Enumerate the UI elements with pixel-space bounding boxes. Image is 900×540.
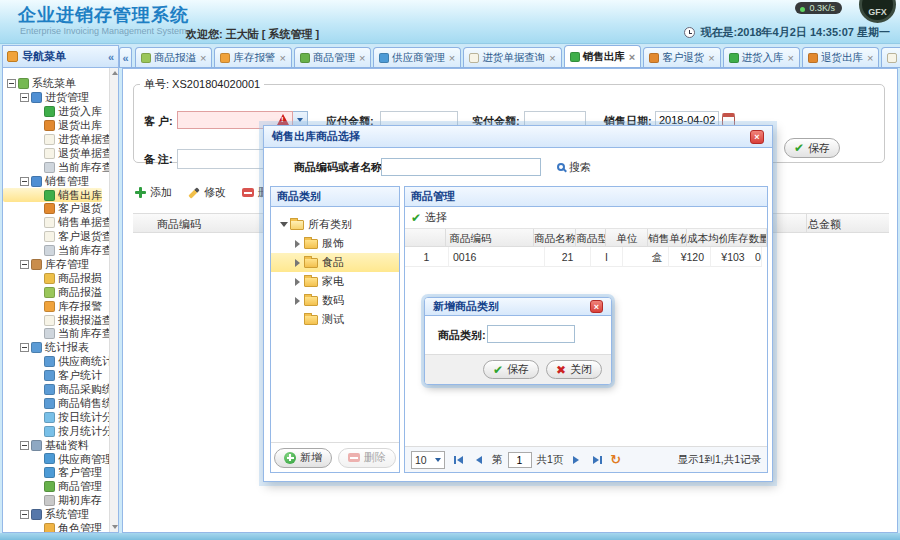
- category-tree-item[interactable]: 所有类别: [271, 215, 399, 234]
- tab-close-icon[interactable]: ×: [549, 52, 555, 64]
- tab[interactable]: 销售出库 ×: [564, 45, 641, 67]
- sidebar-tree-item[interactable]: 客户退货: [3, 202, 102, 216]
- sidebar-tree-item[interactable]: 进货管理: [3, 91, 89, 105]
- tab[interactable]: 供应商管理 ×: [373, 47, 461, 67]
- tab[interactable]: 退货单据查询 ×: [881, 47, 900, 67]
- page-size-select[interactable]: 10: [411, 451, 445, 469]
- tree-expander-icon[interactable]: [20, 93, 29, 102]
- sidebar-tree-item[interactable]: 系统菜单: [3, 77, 76, 91]
- edit-button[interactable]: 修改: [188, 185, 226, 200]
- navigation-sidebar: 导航菜单 « 系统菜单 进货管理: [2, 45, 119, 533]
- sidebar-tree-item[interactable]: 库存管理: [3, 258, 89, 272]
- category-tree-item[interactable]: 服饰: [271, 234, 399, 253]
- tree-expander-icon[interactable]: [20, 260, 29, 269]
- sidebar-tree-item[interactable]: 供应商管理: [3, 452, 113, 466]
- tab-close-icon[interactable]: ×: [359, 52, 365, 64]
- tree-arrow-icon[interactable]: [295, 240, 300, 248]
- tree-expander-icon[interactable]: [20, 177, 29, 186]
- sidebar-tree-item[interactable]: 角色管理: [3, 522, 102, 533]
- sidebar-tree-item[interactable]: 客户统计: [3, 369, 102, 383]
- sidebar-tree-item[interactable]: 统计报表: [3, 341, 89, 355]
- sidebar-tree-item[interactable]: 按月统计分析: [3, 424, 118, 438]
- sidebar-tree-item[interactable]: 退货出库: [3, 119, 102, 133]
- tab-close-icon[interactable]: ×: [708, 52, 714, 64]
- sidebar-tree-item[interactable]: 客户退货查询: [3, 230, 118, 244]
- sidebar-tree-item[interactable]: 按日统计分析: [3, 410, 118, 424]
- search-input[interactable]: [381, 158, 541, 176]
- tab-close-icon[interactable]: ×: [279, 52, 285, 64]
- tree-expander-icon[interactable]: [20, 343, 29, 352]
- tab-close-icon[interactable]: ×: [629, 51, 635, 63]
- tab-close-icon[interactable]: ×: [449, 52, 455, 64]
- tab[interactable]: 库存报警 ×: [214, 47, 291, 67]
- tree-arrow-icon[interactable]: [295, 259, 300, 267]
- sidebar-tree-item[interactable]: 销售出库: [3, 188, 102, 202]
- close-icon[interactable]: ×: [750, 130, 764, 144]
- sidebar-tree-item[interactable]: 当前库存查询: [3, 327, 118, 341]
- category-tree-item[interactable]: 食品: [271, 253, 399, 272]
- tree-expander-icon[interactable]: [20, 510, 29, 519]
- tree-expander-icon[interactable]: [20, 441, 29, 450]
- tree-arrow-icon[interactable]: [295, 297, 300, 305]
- scroll-down-icon[interactable]: [112, 525, 118, 529]
- sidebar-tree-item[interactable]: 进货入库: [3, 105, 102, 119]
- sidebar-tree-item[interactable]: 销售单据查询: [3, 216, 118, 230]
- sidebar-tree-item[interactable]: 商品采购统计: [3, 383, 118, 397]
- tab-close-icon[interactable]: ×: [788, 52, 794, 64]
- dialog-title-bar[interactable]: 销售出库商品选择 ×: [264, 126, 772, 148]
- sidebar-tree-item[interactable]: 报损报溢查询: [3, 313, 118, 327]
- tab-scroll-left-button[interactable]: «: [119, 47, 132, 67]
- sidebar-scrollbar[interactable]: [109, 68, 118, 532]
- tab[interactable]: 商品报溢 ×: [135, 47, 212, 67]
- tab-close-icon[interactable]: ×: [867, 52, 873, 64]
- tree-arrow-icon[interactable]: [280, 222, 288, 227]
- sidebar-tree-item[interactable]: 客户管理: [3, 466, 102, 480]
- sidebar-tree-item[interactable]: 当前库存查询: [3, 160, 118, 174]
- tab[interactable]: 商品管理 ×: [294, 47, 371, 67]
- first-page-button[interactable]: [450, 452, 466, 468]
- sidebar-tree-item[interactable]: 供应商统计: [3, 355, 113, 369]
- sidebar-tree-item[interactable]: 基础资料: [3, 438, 89, 452]
- sidebar-tree-item[interactable]: 系统管理: [3, 508, 89, 522]
- add-button[interactable]: 添加: [135, 185, 172, 200]
- category-panel: 商品类别 所有类别 服饰: [270, 186, 400, 473]
- scroll-up-icon[interactable]: [112, 71, 118, 75]
- tab[interactable]: 进货单据查询 ×: [463, 47, 561, 67]
- table-row[interactable]: 1001621I盒¥120¥1030: [405, 247, 767, 267]
- next-page-button[interactable]: [568, 452, 584, 468]
- search-button[interactable]: 搜索: [557, 160, 591, 175]
- sidebar-tree-item[interactable]: 商品报损: [3, 271, 102, 285]
- category-field-input[interactable]: [487, 325, 575, 343]
- close-category-button[interactable]: ✖ 关闭: [546, 360, 602, 379]
- sidebar-tree-item[interactable]: 当前库存查询: [3, 244, 118, 258]
- category-tree-item[interactable]: 数码: [271, 291, 399, 310]
- new-category-button[interactable]: 新增: [274, 448, 332, 468]
- category-tree-item[interactable]: 测试: [271, 310, 399, 329]
- sidebar-tree-item[interactable]: 退货单据查询: [3, 146, 118, 160]
- last-page-button[interactable]: [589, 452, 605, 468]
- sidebar-tree-item[interactable]: 商品报溢: [3, 285, 102, 299]
- close-icon[interactable]: ×: [590, 300, 603, 313]
- tab[interactable]: 进货入库 ×: [723, 47, 800, 67]
- category-tree-item[interactable]: 家电: [271, 272, 399, 291]
- tab[interactable]: 退货出库 ×: [802, 47, 879, 67]
- page-number-input[interactable]: [508, 452, 532, 468]
- dialog-title-bar[interactable]: 新增商品类别 ×: [425, 298, 611, 316]
- sidebar-tree-item[interactable]: 商品销售统计: [3, 396, 118, 410]
- refresh-icon[interactable]: ↻: [610, 452, 621, 467]
- sidebar-collapse-button[interactable]: «: [108, 51, 114, 63]
- sidebar-tree-item[interactable]: 销售管理: [3, 174, 89, 188]
- delete-category-button[interactable]: 删除: [338, 448, 396, 468]
- tab-close-icon[interactable]: ×: [200, 52, 206, 64]
- select-button[interactable]: ✔ 选择: [405, 207, 767, 229]
- prev-page-button[interactable]: [471, 452, 487, 468]
- tree-expander-icon[interactable]: [7, 79, 16, 88]
- sidebar-tree-item[interactable]: 库存报警: [3, 299, 102, 313]
- save-button[interactable]: ✔ 保存: [784, 138, 840, 158]
- save-category-button[interactable]: ✔ 保存: [483, 360, 539, 379]
- tree-arrow-icon[interactable]: [295, 278, 300, 286]
- tab[interactable]: 客户退货 ×: [643, 47, 720, 67]
- sidebar-tree-item[interactable]: 期初库存: [3, 494, 102, 508]
- sidebar-tree-item[interactable]: 进货单据查询: [3, 133, 118, 147]
- sidebar-tree-item[interactable]: 商品管理: [3, 480, 102, 494]
